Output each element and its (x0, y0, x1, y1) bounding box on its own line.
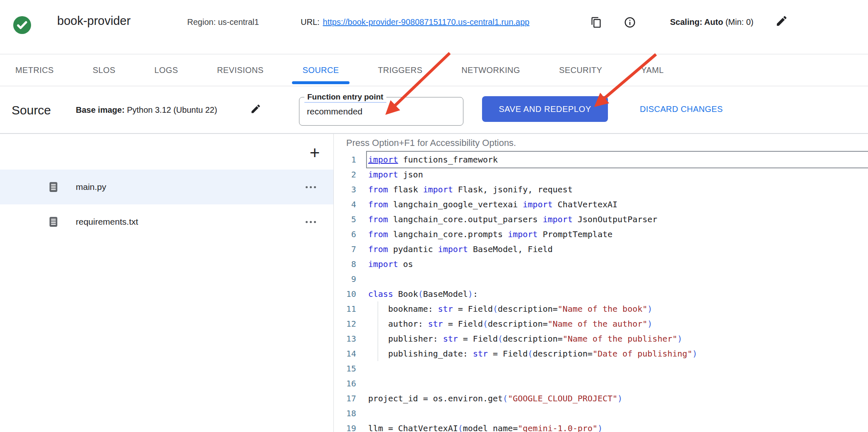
code-line[interactable]: 15 (334, 361, 868, 376)
line-number: 14 (334, 346, 356, 361)
line-number: 16 (334, 376, 356, 391)
line-number: 17 (334, 391, 356, 406)
section-heading: Source (12, 103, 51, 117)
line-number: 18 (334, 406, 356, 421)
page-title: book-provider (57, 14, 130, 28)
code-line[interactable]: 3from flask import Flask, jsonify, reque… (334, 182, 868, 197)
status-ok-icon (12, 15, 32, 35)
add-file-button[interactable]: + (305, 143, 325, 163)
copy-url-icon[interactable] (591, 17, 602, 28)
tab-source[interactable]: SOURCE (303, 54, 339, 86)
line-number: 7 (334, 242, 356, 257)
service-url-link[interactable]: https://book-provider-908087151170.us-ce… (323, 17, 530, 27)
code-text: from langchain_google_vertexai import Ch… (368, 197, 868, 212)
edit-base-image-icon[interactable] (250, 103, 261, 114)
code-text: publishing_date: str = Field(description… (368, 346, 868, 361)
code-line[interactable]: 4from langchain_google_vertexai import C… (334, 197, 868, 212)
code-text: import functions_framework (368, 152, 868, 167)
url-label: URL: (301, 17, 320, 27)
source-toolbar: Source Base image: Python 3.12 (Ubuntu 2… (0, 86, 868, 133)
code-line[interactable]: 17project_id = os.environ.get("GOOGLE_CL… (334, 391, 868, 406)
line-number: 12 (334, 316, 356, 331)
scaling-text: Scaling: Auto (Min: 0) (670, 17, 754, 27)
code-line[interactable]: 5from langchain_core.output_parsers impo… (334, 212, 868, 227)
line-number: 10 (334, 286, 356, 301)
code-text: class Book(BaseModel): (368, 286, 868, 301)
tab-revisions[interactable]: REVISIONS (217, 54, 264, 86)
code-text: from langchain_core.output_parsers impor… (368, 212, 868, 227)
file-more-icon[interactable] (306, 183, 316, 191)
code-line[interactable]: 9 (334, 272, 868, 286)
line-number: 15 (334, 361, 356, 376)
file-row-requirements-txt[interactable]: requirements.txt (0, 204, 333, 239)
line-number: 4 (334, 197, 356, 212)
plus-icon: + (310, 143, 320, 163)
code-line[interactable]: 13 publisher: str = Field(description="N… (334, 331, 868, 346)
file-row-main-py[interactable]: main.py (0, 170, 333, 204)
accessibility-hint: Press Option+F1 for Accessibility Option… (346, 138, 516, 148)
service-url: URL: https://book-provider-908087151170.… (301, 17, 529, 27)
code-lines: 1import functions_framework2import json3… (334, 152, 868, 432)
code-line[interactable]: 18 (334, 406, 868, 421)
cloud-run-source-page: book-provider Region: us-central1 URL: h… (0, 0, 868, 432)
code-line[interactable]: 6from langchain_core.prompts import Prom… (334, 227, 868, 242)
base-image-value: Python 3.12 (Ubuntu 22) (125, 105, 217, 114)
tab-metrics[interactable]: METRICS (15, 54, 54, 86)
tab-triggers[interactable]: TRIGGERS (378, 54, 422, 86)
line-number: 6 (334, 227, 356, 242)
code-text: from pydantic import BaseModel, Field (368, 242, 868, 257)
line-number: 13 (334, 331, 356, 346)
line-number: 5 (334, 212, 356, 227)
tab-slos[interactable]: SLOS (93, 54, 116, 86)
code-text: publisher: str = Field(description="Name… (368, 331, 868, 346)
info-icon[interactable] (624, 16, 636, 29)
tab-security[interactable]: SECURITY (559, 54, 602, 86)
code-line[interactable]: 12 author: str = Field(description="Name… (334, 316, 868, 331)
service-header: book-provider Region: us-central1 URL: h… (0, 0, 868, 54)
file-panel: + main.pyrequirements.txt (0, 133, 334, 432)
code-text: from langchain_core.prompts import Promp… (368, 227, 868, 242)
code-line[interactable]: 16 (334, 376, 868, 391)
line-number: 2 (334, 167, 356, 182)
line-number: 9 (334, 272, 356, 286)
code-text: import os (368, 257, 868, 272)
code-text: project_id = os.environ.get("GOOGLE_CLOU… (368, 391, 868, 406)
line-number: 11 (334, 301, 356, 316)
tab-networking[interactable]: NETWORKING (461, 54, 520, 86)
tab-yaml[interactable]: YAML (641, 54, 664, 86)
code-line[interactable]: 1import functions_framework (334, 152, 868, 167)
code-line[interactable]: 8import os (334, 257, 868, 272)
file-name: main.py (76, 182, 106, 192)
code-line[interactable]: 19llm = ChatVertexAI(model_name="gemini-… (334, 421, 868, 432)
base-image-text: Base image: Python 3.12 (Ubuntu 22) (76, 105, 217, 115)
line-number: 1 (334, 152, 356, 167)
scaling-min: (Min: 0) (723, 17, 753, 27)
line-number: 19 (334, 421, 356, 432)
code-line[interactable]: 14 publishing_date: str = Field(descript… (334, 346, 868, 361)
code-text: import json (368, 167, 868, 182)
line-number: 8 (334, 257, 356, 272)
code-line[interactable]: 10class Book(BaseModel): (334, 286, 868, 301)
discard-changes-button[interactable]: DISCARD CHANGES (640, 104, 723, 114)
region-text: Region: us-central1 (187, 17, 259, 27)
line-number: 3 (334, 182, 356, 197)
tab-logs[interactable]: LOGS (154, 54, 178, 86)
edit-scaling-icon[interactable] (775, 15, 788, 27)
file-more-icon[interactable] (306, 218, 316, 226)
code-text: llm = ChatVertexAI(model_name="gemini-1.… (368, 421, 868, 432)
code-line[interactable]: 2import json (334, 167, 868, 182)
function-entry-point-field: Function entry point (299, 97, 463, 126)
code-text: from flask import Flask, jsonify, reques… (368, 182, 868, 197)
file-name: requirements.txt (76, 217, 138, 227)
code-text: author: str = Field(description="Name of… (368, 316, 868, 331)
code-text: bookname: str = Field(description="Name … (368, 301, 868, 316)
tab-bar: METRICSSLOSLOGSREVISIONSSOURCETRIGGERSNE… (0, 54, 868, 86)
code-editor[interactable]: Press Option+F1 for Accessibility Option… (334, 133, 868, 432)
function-entry-point-label: Function entry point (304, 92, 386, 103)
scaling-mode: Scaling: Auto (670, 17, 723, 27)
file-list: main.pyrequirements.txt (0, 170, 333, 239)
code-line[interactable]: 11 bookname: str = Field(description="Na… (334, 301, 868, 316)
base-image-label: Base image: (76, 105, 125, 114)
code-line[interactable]: 7from pydantic import BaseModel, Field (334, 242, 868, 257)
save-and-redeploy-button[interactable]: SAVE AND REDEPLOY (482, 96, 608, 122)
